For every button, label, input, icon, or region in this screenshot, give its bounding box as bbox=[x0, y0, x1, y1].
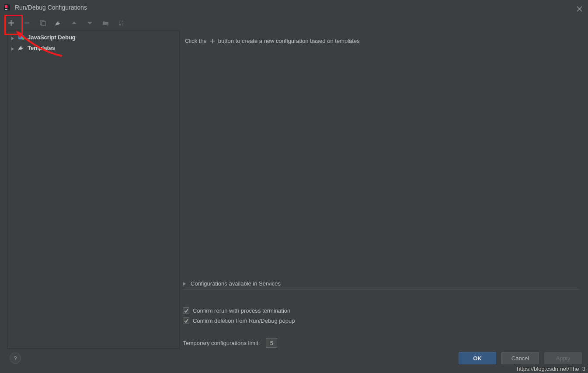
lower-options: Configurations available in Services Con… bbox=[183, 280, 579, 348]
temp-limit-label: Temporary configurations limit: bbox=[183, 340, 260, 346]
apply-button[interactable]: Apply bbox=[544, 352, 582, 364]
help-button[interactable]: ? bbox=[10, 352, 21, 364]
toolbar: AZ bbox=[0, 15, 588, 31]
svg-point-10 bbox=[22, 37, 24, 40]
copy-button[interactable] bbox=[38, 18, 47, 28]
close-button[interactable] bbox=[576, 5, 583, 12]
svg-text:Z: Z bbox=[122, 23, 123, 25]
config-tree-panel: JavaScript Debug Templates bbox=[7, 31, 180, 349]
title-bar: Run/Debug Configurations bbox=[0, 0, 588, 15]
svg-rect-1 bbox=[5, 5, 7, 8]
hint-after: button to create a new configuration bas… bbox=[218, 38, 360, 44]
svg-point-5 bbox=[58, 21, 60, 23]
tree-item-label: Templates bbox=[28, 45, 55, 51]
button-bar: ? OK Cancel Apply bbox=[0, 349, 588, 367]
temp-limit-input[interactable] bbox=[266, 338, 277, 348]
sort-button[interactable]: AZ bbox=[116, 18, 126, 28]
edit-templates-button[interactable] bbox=[53, 18, 63, 28]
chevron-right-icon bbox=[11, 45, 15, 50]
move-up-button[interactable] bbox=[69, 18, 79, 28]
js-debug-icon bbox=[18, 34, 25, 41]
confirm-rerun-label: Confirm rerun with process termination bbox=[193, 307, 290, 314]
svg-text:A: A bbox=[122, 20, 123, 23]
wrench-icon bbox=[18, 44, 25, 51]
expander-label: Configurations available in Services bbox=[191, 280, 281, 287]
ok-button[interactable]: OK bbox=[459, 352, 496, 364]
tree-item-js-debug[interactable]: JavaScript Debug bbox=[7, 32, 179, 42]
svg-point-11 bbox=[21, 45, 24, 48]
folder-button[interactable] bbox=[101, 18, 110, 28]
svg-rect-9 bbox=[18, 35, 24, 36]
plus-icon bbox=[209, 38, 216, 44]
cancel-button[interactable]: Cancel bbox=[501, 352, 539, 364]
remove-button[interactable] bbox=[22, 18, 31, 28]
window-title: Run/Debug Configurations bbox=[15, 4, 87, 11]
hint-before: Click the bbox=[185, 38, 207, 44]
chevron-right-icon bbox=[11, 35, 15, 39]
services-expander[interactable]: Configurations available in Services bbox=[183, 280, 579, 290]
chevron-right-icon bbox=[183, 280, 186, 287]
svg-rect-4 bbox=[42, 21, 45, 26]
tree-item-label: JavaScript Debug bbox=[28, 34, 76, 41]
confirm-rerun-checkbox[interactable] bbox=[183, 307, 189, 314]
svg-rect-2 bbox=[5, 9, 7, 10]
tree-item-templates[interactable]: Templates bbox=[7, 42, 179, 53]
confirm-deletion-label: Confirm deletion from Run/Debug popup bbox=[193, 317, 295, 324]
hint-text: Click the button to create a new configu… bbox=[185, 38, 578, 44]
app-icon bbox=[3, 4, 10, 11]
add-button[interactable] bbox=[6, 18, 16, 28]
move-down-button[interactable] bbox=[85, 18, 94, 28]
confirm-deletion-checkbox[interactable] bbox=[183, 317, 189, 324]
